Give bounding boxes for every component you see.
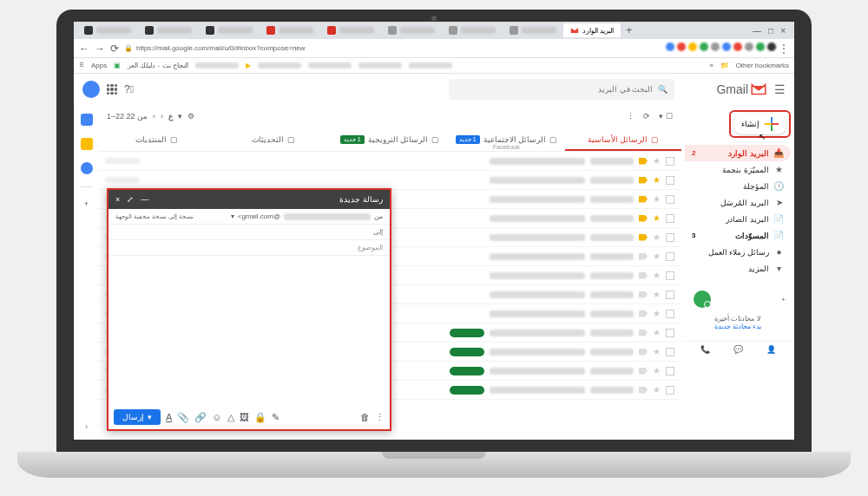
add-icon[interactable]: + [781,296,786,303]
gmail-logo[interactable]: Gmail [716,82,767,96]
send-button[interactable]: إرسال▾ [114,409,161,425]
category-tab[interactable]: ▢الرسائل الترويجية1 جديد [332,127,448,151]
phone-icon[interactable]: 📞 [700,345,710,354]
plus-icon [765,117,779,131]
tab[interactable] [503,23,563,37]
calendar-icon[interactable] [81,114,93,126]
select-checkbox[interactable]: ☐ ▾ [659,112,673,121]
settings-icon[interactable]: ⚙ [187,112,194,121]
keep-icon[interactable] [81,138,93,150]
drive-icon[interactable]: △ [227,412,234,423]
compose-modal: رسالة جديدة — ⤢ × من @gmail.com>▾ نسخة إ… [107,188,391,431]
sidebar-item[interactable]: 🕓المؤجلة [685,178,791,194]
contacts-icon[interactable]: 👤 [766,345,776,354]
compose-body[interactable] [108,256,390,405]
more-icon[interactable]: ⋮ [375,412,385,423]
hangouts-icon[interactable]: 💬 [733,345,743,354]
format-icon[interactable]: A [166,412,172,422]
url-field[interactable]: 🔒https://mail.google.com/mail/u/0/#inbox… [124,44,306,52]
category-tab[interactable]: ▢المنتديات [98,127,214,151]
photo-icon[interactable]: 🖼 [240,412,249,422]
mail-row[interactable]: ★ [98,152,681,171]
help-icon[interactable]: ?⃝ [124,83,134,95]
sidebar-item[interactable]: ▾المزيد [685,260,791,277]
attach-icon[interactable]: 📎 [177,412,189,423]
expand-icon[interactable]: ⤢ [127,195,134,204]
minimize-icon[interactable]: — [141,195,148,204]
link-icon[interactable]: 🔗 [194,412,207,423]
main-content: ☐ ▾ ⟳ ⋮ 1–22 من 22 ‹ › ع ▾ ⚙ ▢الرسائل ال… [98,105,681,440]
page-count: 1–22 من 22 [107,112,148,121]
tab-active[interactable]: البريد الوارد [563,23,621,37]
close-icon[interactable]: × [780,26,786,36]
pen-icon[interactable]: ✎ [272,412,279,423]
addons-bar: + › [74,105,98,440]
close-icon[interactable]: × [115,195,120,204]
sidebar-item[interactable]: ➤البريد المُرسَل [685,194,791,211]
tab[interactable] [77,23,138,37]
search-input[interactable] [456,85,653,94]
subject-input[interactable]: الموضوع [108,240,390,256]
menu-icon[interactable]: ⋮ [779,42,789,55]
lang-toggle[interactable]: ع [168,112,173,121]
minimize-icon[interactable]: — [753,26,761,36]
tab[interactable] [442,23,503,37]
emoji-icon[interactable]: ☺ [212,412,221,422]
tab[interactable] [138,23,199,37]
bookmark-item[interactable]: النجاح نت - دليلك العر [128,62,188,69]
start-chat-link[interactable]: بدء محادثة جديدة [690,323,786,330]
hamburger-icon[interactable]: ☰ [774,82,786,96]
apps-icon[interactable]: ⠿ [79,62,84,69]
prev-icon[interactable]: ‹ [153,112,155,121]
tab-title: البريد الوارد [582,27,614,35]
sidebar-item[interactable]: 📥البريد الوارد2 [685,145,791,161]
compose-titlebar[interactable]: رسالة جديدة — ⤢ × [108,190,390,209]
sidebar-item[interactable]: ●رسائل زملاء العمل [685,244,791,260]
compose-button[interactable]: إنشاء ↖ [733,114,787,134]
maximize-icon[interactable]: □ [768,26,773,36]
tab[interactable] [320,23,381,37]
sidebar-item[interactable]: ★المميّزة بنجمة [685,161,791,178]
lock-icon: 🔒 [124,44,133,52]
tab[interactable] [199,23,260,37]
mail-row[interactable]: ★ [98,171,681,190]
tab[interactable] [260,23,320,37]
reload-icon[interactable]: ⟳ [110,42,119,55]
back-icon[interactable]: ← [79,42,89,55]
collapse-icon[interactable]: › [85,422,88,431]
category-tab[interactable]: ▢التحديثات [214,127,331,151]
sidebar-item[interactable]: 📄البريد الصادر [685,211,791,227]
search-box[interactable]: 🔍 [449,79,674,100]
lock-icon[interactable]: 🔒 [254,412,266,423]
refresh-icon[interactable]: ⟳ [643,112,650,121]
cursor-icon: ↖ [759,132,766,141]
forward-icon[interactable]: → [95,42,105,55]
other-bookmarks[interactable]: Other bookmarks [736,62,789,69]
hangouts-avatar[interactable] [694,290,711,308]
category-tab[interactable]: ▢الرسائل الأساسية [565,127,681,151]
search-icon: 🔍 [658,85,667,94]
hangouts-section: + لا محادثات أخيرة بدء محادثة جديدة [685,285,791,336]
sidebar: إنشاء ↖ 📥البريد الوارد2★المميّزة بنجمة🕓ا… [681,105,794,440]
next-icon[interactable]: › [161,112,163,121]
to-input[interactable] [115,228,383,236]
cc-bcc-toggle[interactable]: نسخة إلى نسخة مخفية الوجهة [115,213,194,220]
tab[interactable] [381,23,442,37]
bookmarks-bar: ⠿Apps ▣النجاح نت - دليلك العر ▶ » 📁Other… [74,58,794,74]
apps-grid-icon[interactable] [107,84,117,95]
avatar[interactable] [82,81,100,98]
trash-icon[interactable]: 🗑 [360,412,370,422]
gmail-header: ☰ Gmail 🔍 ?⃝ [74,74,794,105]
more-icon[interactable]: ⋮ [627,112,635,121]
address-bar: ← → ⟳ 🔒https://mail.google.com/mail/u/0/… [74,39,794,58]
category-tab[interactable]: ▢الرسائل الاجتماعية1 جديدFacebook [448,127,564,151]
new-tab-button[interactable]: + [621,24,637,36]
tasks-icon[interactable] [81,162,93,174]
toolbar: ☐ ▾ ⟳ ⋮ 1–22 من 22 ‹ › ع ▾ ⚙ [98,105,681,127]
browser-tabs: البريد الوارد + — □ × [74,22,794,39]
sidebar-item[interactable]: 📄المسوّدات3 [685,227,791,244]
add-addon-icon[interactable]: + [84,199,89,208]
